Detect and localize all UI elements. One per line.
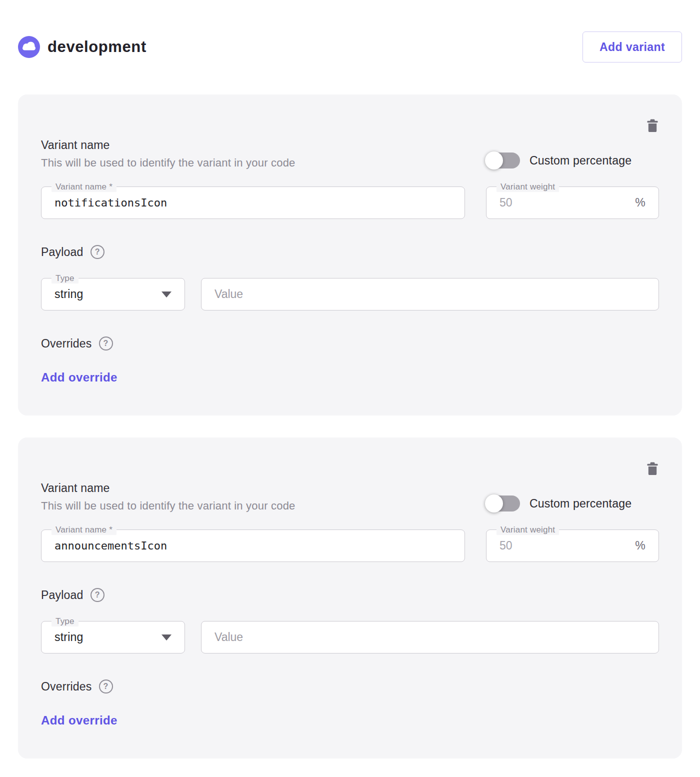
percent-suffix: %: [630, 539, 646, 552]
toggle-knob: [485, 152, 503, 170]
overrides-heading: Overrides: [41, 680, 92, 694]
payload-value-input[interactable]: [214, 630, 646, 644]
payload-heading-row: Payload ?: [41, 245, 659, 259]
page: development Add variant Variant name Thi…: [0, 31, 700, 774]
variant-name-input[interactable]: [54, 196, 452, 209]
payload-value-field: [201, 278, 659, 310]
variant-weight-input[interactable]: [500, 196, 630, 210]
overrides-heading: Overrides: [41, 337, 92, 350]
overrides-heading-row: Overrides ?: [41, 336, 659, 350]
payload-section: Type string: [41, 621, 659, 654]
trash-icon: [646, 462, 659, 476]
variant-name-field-label: Variant name *: [52, 525, 116, 535]
variant-name-field: Variant name *: [41, 186, 465, 219]
delete-variant-button[interactable]: [646, 462, 659, 476]
custom-percentage-toggle[interactable]: [486, 496, 520, 512]
variant-name-section: Variant name This will be used to identi…: [41, 138, 659, 219]
payload-type-value: string: [54, 288, 83, 301]
variant-name-heading: Variant name: [41, 138, 465, 152]
variant-weight-field: Variant weight %: [486, 530, 659, 562]
percent-suffix: %: [630, 196, 646, 210]
custom-percentage-label: Custom percentage: [530, 497, 632, 510]
add-variant-button[interactable]: Add variant: [582, 32, 682, 62]
header: development Add variant: [18, 31, 682, 63]
variant-name-section: Variant name This will be used to identi…: [41, 482, 659, 562]
variant-name-field: Variant name *: [41, 530, 465, 562]
overrides-help-icon[interactable]: ?: [99, 336, 113, 350]
payload-value-field: [201, 621, 659, 654]
variant-card: Variant name This will be used to identi…: [18, 438, 682, 758]
variant-weight-column: Custom percentage Variant weight %: [486, 152, 659, 219]
cloud-environment-icon: [18, 36, 40, 58]
delete-variant-button[interactable]: [646, 118, 659, 132]
variant-name-help-text: This will be used to identify the varian…: [41, 156, 465, 170]
variant-name-field-label: Variant name *: [52, 182, 116, 192]
variant-name-column: Variant name This will be used to identi…: [41, 482, 465, 562]
custom-percentage-row: Custom percentage: [486, 152, 659, 168]
payload-type-label: Type: [52, 616, 78, 626]
card-actions: [41, 462, 659, 476]
payload-heading: Payload: [41, 246, 84, 259]
payload-help-icon[interactable]: ?: [90, 245, 104, 259]
payload-type-label: Type: [52, 274, 78, 284]
payload-help-icon[interactable]: ?: [90, 588, 104, 602]
payload-type-select[interactable]: Type string: [41, 278, 185, 310]
chevron-down-icon: [162, 292, 172, 298]
variant-name-help-text: This will be used to identify the varian…: [41, 500, 465, 512]
payload-type-value: string: [54, 630, 83, 644]
payload-value-input[interactable]: [214, 288, 646, 301]
payload-type-select[interactable]: Type string: [41, 621, 185, 654]
trash-icon: [646, 118, 659, 132]
variant-weight-field-label: Variant weight: [496, 525, 559, 535]
environment-header: development: [18, 36, 146, 58]
custom-percentage-row: Custom percentage: [486, 496, 659, 512]
chevron-down-icon: [162, 634, 172, 640]
custom-percentage-toggle[interactable]: [486, 152, 520, 168]
overrides-help-icon[interactable]: ?: [99, 680, 113, 694]
variant-weight-column: Custom percentage Variant weight %: [486, 496, 659, 562]
card-actions: [41, 118, 659, 132]
variant-weight-input[interactable]: [500, 539, 630, 552]
variant-weight-field: Variant weight %: [486, 186, 659, 219]
add-override-link[interactable]: Add override: [41, 714, 118, 728]
toggle-knob: [485, 494, 503, 512]
add-override-link[interactable]: Add override: [41, 370, 118, 384]
variant-weight-field-label: Variant weight: [496, 182, 559, 192]
variant-name-column: Variant name This will be used to identi…: [41, 138, 465, 219]
overrides-heading-row: Overrides ?: [41, 680, 659, 694]
variant-card: Variant name This will be used to identi…: [18, 94, 682, 416]
page-title: development: [48, 38, 146, 56]
variant-name-input[interactable]: [54, 540, 452, 552]
payload-section: Type string: [41, 278, 659, 310]
payload-heading: Payload: [41, 588, 84, 602]
custom-percentage-label: Custom percentage: [530, 154, 632, 168]
payload-heading-row: Payload ?: [41, 588, 659, 602]
variant-name-heading: Variant name: [41, 482, 465, 495]
